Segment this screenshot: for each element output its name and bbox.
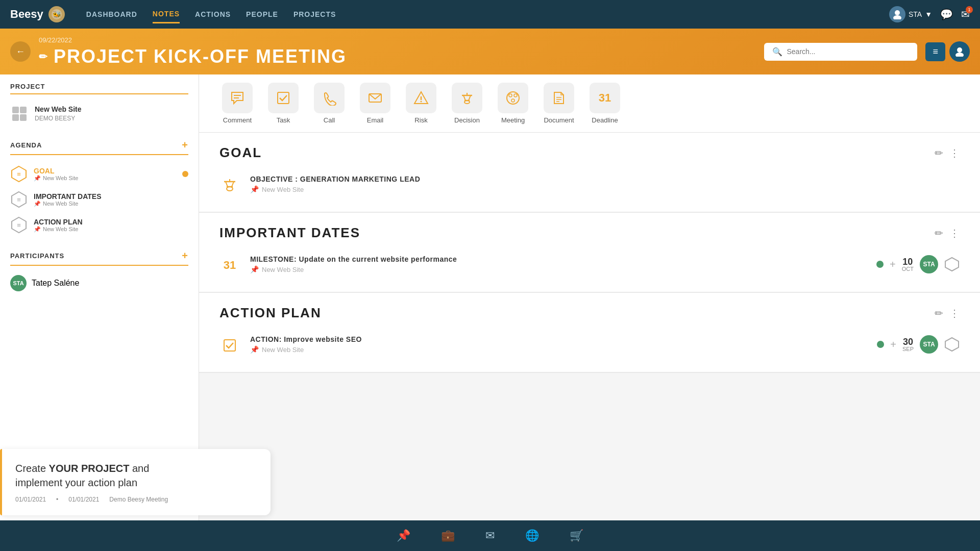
dates-item-meta: + 10 OCT STA <box>876 255 960 273</box>
goal-more-button[interactable]: ⋮ <box>949 147 960 159</box>
notifications-btn[interactable]: ✉ 1 <box>961 8 970 20</box>
project-item[interactable]: New Web Site DEMO BEESY <box>10 101 188 127</box>
svg-text:≡: ≡ <box>17 196 21 204</box>
bottom-mail-icon[interactable]: ✉ <box>485 529 495 542</box>
edit-pencil-icon: ✏ <box>39 51 48 63</box>
task-icon <box>268 83 299 113</box>
meeting-button[interactable]: Meeting <box>495 83 531 124</box>
sidebar-project-section: PROJECT New Web Site DEMO BEESY <box>0 74 199 131</box>
bottom-globe-icon[interactable]: 🌐 <box>525 529 539 542</box>
messages-btn[interactable]: 💬 <box>940 8 953 20</box>
project-section-title: PROJECT <box>10 83 45 90</box>
nav-items: DASHBOARD NOTES ACTIONS PEOPLE PROJECTS <box>86 6 889 23</box>
svg-marker-39 <box>945 258 959 271</box>
dates-section-title: IMPORTANT DATES <box>219 225 360 241</box>
action-section-header: ACTION PLAN ✏ ⋮ <box>219 305 960 321</box>
risk-label: Risk <box>414 116 427 124</box>
action-meta-date: 30 SEP <box>902 337 914 352</box>
email-button[interactable]: Email <box>357 83 393 124</box>
tooltip-text-bold: YOUR PROJECT <box>49 463 130 474</box>
risk-button[interactable]: Risk <box>403 83 439 124</box>
search-box[interactable]: 🔍 <box>764 43 917 61</box>
document-icon <box>544 83 574 113</box>
deadline-number: 31 <box>599 91 611 105</box>
nav-dashboard[interactable]: DASHBOARD <box>86 6 137 22</box>
filter-button[interactable]: ≡ <box>925 42 945 61</box>
svg-line-35 <box>226 182 228 187</box>
tooltip-footer-date1: 01/01/2021 <box>15 496 46 503</box>
header-profile-button[interactable] <box>949 41 970 62</box>
agenda-action-content: ACTION PLAN 📌 New Web Site <box>34 218 188 233</box>
nav-notes[interactable]: NOTES <box>153 6 180 23</box>
svg-point-3 <box>895 10 900 15</box>
tooltip-bar <box>0 449 2 515</box>
goal-section-title: GOAL <box>219 145 262 161</box>
action-meta-add-button[interactable]: + <box>890 339 896 350</box>
meta-hex <box>944 257 960 272</box>
action-more-button[interactable]: ⋮ <box>949 307 960 319</box>
svg-point-5 <box>957 47 962 53</box>
logo[interactable]: Beesy 🐝 <box>10 5 66 23</box>
deadline-button[interactable]: 31 Deadline <box>587 83 623 124</box>
task-label: Task <box>277 116 290 124</box>
action-date-number: 30 <box>903 337 913 346</box>
sidebar-participants-section: PARTICIPANTS + STA Tatep Saléne <box>0 242 199 298</box>
bottom-briefcase-icon[interactable]: 💼 <box>441 529 455 542</box>
participants-section-header: PARTICIPANTS + <box>10 250 188 266</box>
back-button[interactable]: ← <box>10 41 31 62</box>
svg-text:≡: ≡ <box>17 221 21 229</box>
goal-item-sub: 📌 New Web Site <box>250 185 960 193</box>
tooltip-text-line2: implement your action plan <box>15 477 137 488</box>
agenda-item-dates[interactable]: ≡ IMPORTANT DATES 📌 New Web Site <box>10 187 188 212</box>
deadline-label: Deadline <box>592 116 618 124</box>
project-sub: DEMO BEESY <box>35 115 75 122</box>
goal-edit-button[interactable]: ✏ <box>935 147 943 159</box>
add-participant-button[interactable]: + <box>182 250 188 262</box>
top-nav: Beesy 🐝 DASHBOARD NOTES ACTIONS PEOPLE P… <box>0 0 980 29</box>
dates-more-button[interactable]: ⋮ <box>949 227 960 239</box>
agenda-active-dot <box>182 171 188 177</box>
action-item-content: ACTION: Improve website SEO 📌 New Web Si… <box>250 335 867 354</box>
document-button[interactable]: Document <box>541 83 577 124</box>
agenda-item-action[interactable]: ≡ ACTION PLAN 📌 New Web Site <box>10 212 188 238</box>
agenda-item-goal[interactable]: ≡ GOAL 📌 New Web Site <box>10 161 188 187</box>
goal-item-title: OBJECTIVE : GENERATION MARKETING LEAD <box>250 175 960 183</box>
call-label: Call <box>324 116 335 124</box>
add-agenda-button[interactable]: + <box>182 139 188 151</box>
comment-label: Comment <box>223 116 252 124</box>
call-button[interactable]: Call <box>311 83 347 124</box>
nav-user[interactable]: STA ▼ <box>889 6 932 22</box>
project-info: New Web Site DEMO BEESY <box>35 105 82 122</box>
action-edit-button[interactable]: ✏ <box>935 307 943 319</box>
dates-edit-button[interactable]: ✏ <box>935 227 943 239</box>
bottom-bar: 📌 💼 ✉ 🌐 🛒 <box>0 520 980 551</box>
nav-people[interactable]: PEOPLE <box>246 6 278 22</box>
goal-decision-icon <box>219 175 240 195</box>
meeting-label: Meeting <box>501 116 525 124</box>
important-dates-section: IMPORTANT DATES ✏ ⋮ 31 MILESTONE: Update… <box>199 213 980 293</box>
svg-point-19 <box>421 101 422 103</box>
task-button[interactable]: Task <box>265 83 301 124</box>
decision-button[interactable]: Decision <box>449 83 485 124</box>
svg-marker-41 <box>945 338 959 351</box>
bottom-pin-icon[interactable]: 📌 <box>397 529 410 542</box>
comment-button[interactable]: Comment <box>219 83 255 124</box>
content-area: Comment Task Call Email <box>199 74 980 551</box>
project-name: New Web Site <box>35 105 82 113</box>
search-input[interactable] <box>787 47 909 56</box>
participant-avatar: STA <box>10 275 27 291</box>
meta-date: 10 OCT <box>902 257 914 272</box>
svg-rect-15 <box>278 92 289 104</box>
nav-projects[interactable]: PROJECTS <box>293 6 336 22</box>
tooltip-footer-meeting: Demo Beesy Meeting <box>109 496 168 503</box>
action-toolbar: Comment Task Call Email <box>199 74 980 133</box>
nav-actions[interactable]: ACTIONS <box>195 6 231 22</box>
pin-icon: 📌 <box>34 175 41 182</box>
agenda-action-title: ACTION PLAN <box>34 218 188 226</box>
meeting-icon <box>498 83 528 113</box>
email-icon <box>360 83 390 113</box>
bottom-cart-icon[interactable]: 🛒 <box>570 529 583 542</box>
logo-text: Beesy <box>10 8 43 21</box>
page-header: ← 09/22/2022 ✏ PROJECT KICK-OFF MEETING … <box>0 29 980 74</box>
meta-add-button[interactable]: + <box>890 259 896 270</box>
